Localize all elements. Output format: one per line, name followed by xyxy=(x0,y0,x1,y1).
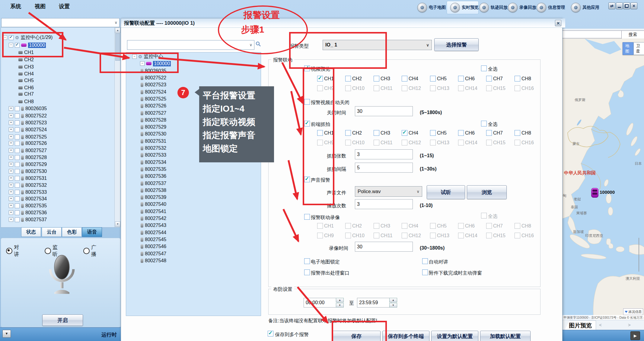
expander-plus-icon[interactable]: + xyxy=(9,135,13,139)
preview-select-all-checkbox[interactable] xyxy=(481,65,487,71)
tree-item-80027537[interactable]: +80027537 xyxy=(9,216,47,223)
checkbox-icon[interactable] xyxy=(430,130,436,136)
channel-checkbox-snapshot-CH5[interactable]: CH5 xyxy=(430,130,447,136)
channel-checkbox-record-CH16[interactable]: CH16 xyxy=(515,233,534,238)
tree-checkbox[interactable] xyxy=(15,113,20,118)
tree-item-80027526[interactable]: 80027526 xyxy=(141,102,166,109)
channel-checkbox-preview-CH7[interactable]: CH7 xyxy=(486,76,503,81)
expander-plus-icon[interactable]: + xyxy=(9,120,13,125)
channel-checkbox-record-CH9[interactable]: CH9 xyxy=(317,233,334,238)
expander-plus-icon[interactable]: + xyxy=(9,176,13,180)
spin-up-icon[interactable]: ▲ xyxy=(389,298,397,302)
tree-item-80027523[interactable]: +80027523 xyxy=(9,119,47,126)
channel-checkbox-record-CH7[interactable]: CH7 xyxy=(486,223,503,229)
record-select-all-checkbox[interactable] xyxy=(481,213,487,218)
channel-checkbox-preview-CH6[interactable]: CH6 xyxy=(458,76,475,81)
expander-plus-icon[interactable]: + xyxy=(9,155,13,160)
tab-状态[interactable]: 状态 xyxy=(21,227,41,237)
tree-checkbox[interactable] xyxy=(15,148,20,153)
set-default-config-button[interactable]: 设置为默认配置 xyxy=(431,331,478,341)
tree-item-80027527[interactable]: 80027527 xyxy=(141,110,166,116)
save-to-multiple-terminals-button[interactable]: 保存到多个终端 xyxy=(382,331,429,341)
tree-item-80027532[interactable]: +80027532 xyxy=(9,182,47,189)
expander-plus-icon[interactable]: + xyxy=(9,196,13,201)
tree-item-CH5[interactable]: CH5 xyxy=(18,77,34,84)
map-canvas[interactable]: 俄罗斯蒙古中华人民共和国日本缅甸老挝泰国柬埔寨新加坡印度尼西亚澳大利亚 1000… xyxy=(561,39,644,320)
expander-plus-icon[interactable]: + xyxy=(9,141,13,145)
close-window-button[interactable]: × xyxy=(630,2,637,9)
tree-item-80027523[interactable]: 80027523 xyxy=(141,81,166,88)
channel-checkbox-record-CH8[interactable]: CH8 xyxy=(515,223,531,229)
tree-item-80027522[interactable]: 80027522 xyxy=(141,74,166,81)
checkbox-icon[interactable] xyxy=(345,223,351,229)
toolbar-item-6[interactable]: 其他应用 xyxy=(571,3,599,12)
toolbar-item-5[interactable]: 信息管理 xyxy=(537,3,565,12)
tree-item-80027535[interactable]: 80027535 xyxy=(141,166,166,173)
checkbox-icon[interactable] xyxy=(430,140,436,145)
load-default-config-button[interactable]: 加载默认配置 xyxy=(480,331,531,341)
tree-item-80027533[interactable]: 80027533 xyxy=(141,151,166,158)
tree-item-80027534[interactable]: 80027534 xyxy=(141,159,166,166)
tree-item-80027524[interactable]: 80027524 xyxy=(141,88,166,95)
checkbox-icon[interactable] xyxy=(402,140,407,145)
tree-item-80027525[interactable]: 80027525 xyxy=(141,95,166,102)
radio-广播[interactable]: 广播 xyxy=(83,244,96,258)
checkbox-icon[interactable] xyxy=(430,76,436,81)
minimize-button[interactable] xyxy=(616,2,623,9)
channel-checkbox-snapshot-CH2[interactable]: CH2 xyxy=(345,130,362,136)
checkbox-icon[interactable] xyxy=(374,85,379,91)
device-filter-combobox[interactable]: ∨ xyxy=(1,18,120,27)
tree-item-CH7[interactable]: CH7 xyxy=(18,91,34,97)
channel-checkbox-preview-CH3[interactable]: CH3 xyxy=(374,76,390,81)
tree-checkbox[interactable] xyxy=(15,155,20,160)
tree-checkbox[interactable] xyxy=(15,210,20,215)
channel-checkbox-record-CH13[interactable]: CH13 xyxy=(430,233,449,238)
spin-down-icon[interactable]: ▼ xyxy=(336,303,344,308)
tree-item-CH6[interactable]: CH6 xyxy=(18,84,34,91)
expander-plus-icon[interactable]: + xyxy=(9,190,13,194)
channel-checkbox-preview-CH12[interactable]: CH12 xyxy=(402,85,421,91)
checkbox-icon[interactable] xyxy=(430,233,436,238)
preview-next-button[interactable]: > xyxy=(628,322,631,327)
snap-count-input[interactable] xyxy=(355,149,413,159)
scroll-down-icon[interactable]: ▼ xyxy=(115,221,120,227)
checkbox-icon[interactable] xyxy=(345,130,351,136)
play-count-input[interactable] xyxy=(355,199,413,209)
record-checkbox[interactable] xyxy=(304,214,310,220)
checkbox-icon[interactable] xyxy=(515,140,520,145)
tree-item-80027531[interactable]: +80027531 xyxy=(9,175,47,182)
tree-item-80027527[interactable]: +80027527 xyxy=(9,147,47,154)
tree-checkbox[interactable] xyxy=(15,190,20,195)
defense-start-input[interactable] xyxy=(304,298,338,308)
tree-item-80027539[interactable]: 80027539 xyxy=(141,194,166,201)
tree-item-80027526[interactable]: +80027526 xyxy=(9,140,47,147)
checkbox-icon[interactable] xyxy=(486,233,492,238)
restore-button[interactable] xyxy=(623,2,630,9)
expander-plus-icon[interactable]: + xyxy=(9,148,13,153)
expand-panel-button[interactable]: ▼ xyxy=(2,330,11,338)
expander-plus-icon[interactable]: + xyxy=(9,169,13,174)
channel-checkbox-preview-CH4[interactable]: CH4 xyxy=(402,76,418,81)
channel-checkbox-snapshot-CH7[interactable]: CH7 xyxy=(486,130,503,136)
radio-icon[interactable] xyxy=(45,248,51,254)
auto-talk-checkbox[interactable] xyxy=(422,258,428,264)
checkbox-icon[interactable] xyxy=(486,85,492,91)
channel-checkbox-preview-CH16[interactable]: CH16 xyxy=(515,85,534,91)
checkbox-icon[interactable] xyxy=(458,223,464,229)
channel-checkbox-snapshot-CH16[interactable]: CH16 xyxy=(515,140,534,145)
radio-对讲[interactable]: 对讲 xyxy=(6,244,19,258)
tree-item-80026035[interactable]: +80026035 xyxy=(9,105,47,112)
tree-item-80027541[interactable]: 80027541 xyxy=(141,208,166,215)
channel-checkbox-record-CH14[interactable]: CH14 xyxy=(458,233,477,238)
voice-start-button[interactable]: 开启 xyxy=(42,314,83,326)
tree-item-80027529[interactable]: 80027529 xyxy=(141,123,166,130)
tree-item-80027547[interactable]: 80027547 xyxy=(141,250,166,257)
dialog-close-button[interactable]: ✕ xyxy=(555,20,561,26)
map-lock-checkbox[interactable] xyxy=(304,258,310,264)
tree-item-80027534[interactable]: +80027534 xyxy=(9,195,47,202)
tree-checkbox[interactable] xyxy=(15,183,20,188)
traffic-info-button[interactable]: 路况信息 xyxy=(623,308,643,315)
toolbar-item-2[interactable]: 实时预览 xyxy=(450,3,479,12)
checkbox-icon[interactable] xyxy=(458,130,464,136)
expander-plus-icon[interactable]: + xyxy=(9,217,13,222)
